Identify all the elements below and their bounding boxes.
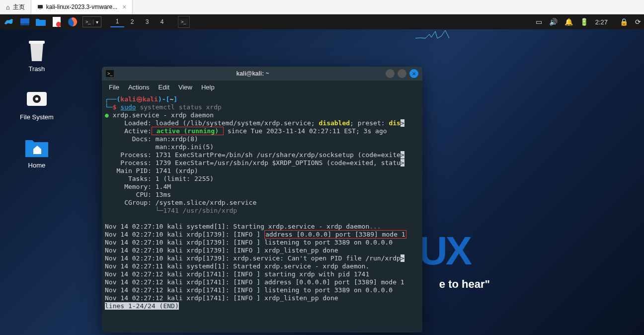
kali-dragon-icon (3, 16, 14, 27)
window-maximize-button[interactable] (398, 69, 406, 78)
status-dot: ● (105, 111, 109, 119)
lock-icon[interactable]: 🔒 (620, 18, 628, 26)
home-label: Home (28, 162, 46, 169)
menu-actions[interactable]: Actions (128, 84, 150, 91)
svg-point-14 (35, 97, 38, 100)
filesystem-desktop-icon[interactable]: File System (20, 87, 54, 121)
show-desktop-button[interactable] (19, 16, 31, 28)
svg-text:>_: >_ (181, 19, 186, 24)
menu-file[interactable]: File (109, 84, 119, 91)
chevron-down-icon[interactable]: ▾ (93, 19, 101, 25)
terminal-title: kali@kali: ~ (120, 70, 386, 77)
terminal-launcher[interactable]: >_ ▾ (82, 16, 101, 27)
log5: Nov 14 02:27:10 kali xrdp[1739]: xrdp.se… (105, 254, 401, 262)
desktop-icons: Trash File System Home (20, 39, 54, 169)
home-folder-icon (25, 136, 48, 159)
close-icon[interactable]: × (122, 3, 126, 11)
active-line: Active: active (running) since Tue 2023-… (105, 127, 387, 135)
log10: Nov 14 02:27:12 kali xrdp[1741]: [INFO ]… (105, 294, 338, 302)
log4: Nov 14 02:27:10 kali xrdp[1739]: [INFO ]… (105, 247, 338, 254)
vmware-tab-vm[interactable]: kali-linux-2023.3-vmware... × (31, 0, 133, 14)
proc2: Process: 1739 ExecStart=/usr/sbin/xrdp $… (105, 159, 401, 167)
svg-rect-1 (39, 9, 41, 9)
firefox-button[interactable] (67, 16, 79, 28)
power-icon[interactable]: ⟳ (635, 18, 641, 26)
log7: Nov 14 02:27:12 kali xrdp[1741]: [INFO ]… (105, 270, 369, 278)
vm-icon (37, 4, 43, 10)
terminal-app-icon: >_ (106, 70, 120, 77)
svg-text:>_: >_ (85, 19, 91, 24)
memory: Memory: 1.4M (105, 183, 171, 190)
log1: Nov 14 02:27:10 kali systemd[1]: Startin… (105, 223, 381, 230)
file-manager-button[interactable] (35, 16, 47, 28)
terminal-body[interactable]: ┌──(kali㉿kali)-[~] └─$ sudo systemctl st… (102, 93, 422, 333)
terminal-icon: >_ (179, 18, 188, 25)
window-close-button[interactable]: ✕ (409, 69, 418, 78)
menu-help[interactable]: Help (201, 84, 215, 91)
loaded-line: Loaded: loaded (/lib/systemd/system/xrdp… (105, 119, 401, 127)
vmware-tab-home[interactable]: ⌂ 主页 (0, 0, 31, 14)
text-editor-button[interactable] (51, 16, 63, 28)
vmware-tab-home-label: 主页 (13, 3, 25, 11)
home-desktop-icon[interactable]: Home (20, 136, 54, 169)
kali-desktop: >_ ▾ 1 2 3 4 >_ ▭ 🔊 🔔 🔋 2:27 🔒 ⟳ (0, 14, 644, 335)
svg-rect-11 (29, 41, 45, 44)
display-icon[interactable]: ▭ (536, 18, 542, 26)
cmd-rest: systemctl status xrdp (136, 103, 222, 111)
clock[interactable]: 2:27 (595, 18, 608, 26)
menu-edit[interactable]: Edit (159, 84, 169, 91)
show-desktop-icon (20, 18, 29, 25)
wallpaper-text-ux: UX (419, 228, 470, 274)
prompt-line1: ┌──(kali㉿kali)-[~] (105, 95, 177, 103)
workspace-1[interactable]: 1 (110, 16, 124, 27)
terminal-icon: >_ (83, 18, 93, 25)
workspace-4[interactable]: 4 (155, 16, 169, 27)
svg-text:>_: >_ (107, 71, 113, 76)
window-minimize-button[interactable] (386, 69, 395, 78)
log8: Nov 14 02:27:12 kali xrdp[1741]: [INFO ]… (105, 278, 404, 286)
trash-label: Trash (29, 65, 45, 73)
cmd-sudo: sudo (120, 103, 136, 111)
docs2: man:xrdp.ini(5) (105, 143, 214, 151)
mainpid: Main PID: 1741 (xrdp) (105, 167, 198, 174)
terminal-window: >_ kali@kali: ~ ✕ File Actions Edit View… (102, 67, 422, 333)
workspace-switcher: 1 2 3 4 (110, 16, 169, 27)
svc-line: xrdp.service - xrdp daemon (109, 111, 214, 119)
cgroup: CGroup: /system.slice/xrdp.service (105, 199, 256, 206)
pager-status: lines 1-24/24 (END) (105, 302, 179, 310)
document-icon (53, 17, 61, 27)
workspace-2[interactable]: 2 (125, 16, 139, 27)
svg-rect-3 (20, 23, 29, 25)
volume-icon[interactable]: 🔊 (549, 18, 558, 26)
log2: Nov 14 02:27:10 kali xrdp[1739]: [INFO ]… (105, 230, 406, 239)
workspace-3[interactable]: 3 (140, 16, 154, 27)
prompt-line2: └─$ (105, 103, 116, 111)
terminal-menubar: File Actions Edit View Help (102, 81, 422, 93)
home-icon: ⌂ (6, 3, 10, 11)
firefox-icon (68, 17, 78, 27)
log9: Nov 14 02:27:12 kali xrdp[1741]: [INFO ]… (105, 286, 393, 294)
log6: Nov 14 02:27:11 kali systemd[1]: Started… (105, 262, 369, 270)
network-graph (415, 29, 450, 39)
vmware-tab-vm-label: kali-linux-2023.3-vmware... (46, 3, 117, 10)
notification-icon[interactable]: 🔔 (564, 18, 573, 26)
scroll-indicator: > (401, 119, 404, 127)
menu-view[interactable]: View (178, 84, 192, 91)
running-terminal-task[interactable]: >_ (178, 16, 190, 28)
proc1: Process: 1731 ExecStartPre=/bin/sh /usr/… (105, 151, 401, 159)
filesystem-label: File System (20, 113, 54, 121)
cgroup2: └─1741 /usr/sbin/xrdp (105, 207, 237, 214)
trash-icon (25, 39, 48, 62)
kali-menu-button[interactable] (3, 16, 15, 28)
tasks: Tasks: 1 (limit: 2255) (105, 175, 214, 182)
vmware-tab-bar: ⌂ 主页 kali-linux-2023.3-vmware... × (0, 0, 644, 14)
folder-icon (36, 18, 46, 26)
terminal-titlebar[interactable]: >_ kali@kali: ~ ✕ (102, 67, 422, 81)
trash-desktop-icon[interactable]: Trash (20, 39, 54, 73)
drive-icon (25, 87, 48, 110)
cpu: CPU: 13ms (105, 191, 171, 198)
battery-icon[interactable]: 🔋 (580, 18, 588, 26)
xfce-taskbar: >_ ▾ 1 2 3 4 >_ ▭ 🔊 🔔 🔋 2:27 🔒 ⟳ (0, 14, 644, 29)
log3: Nov 14 02:27:10 kali xrdp[1739]: [INFO ]… (105, 239, 393, 246)
wallpaper-slogan: e to hear" (439, 278, 490, 291)
